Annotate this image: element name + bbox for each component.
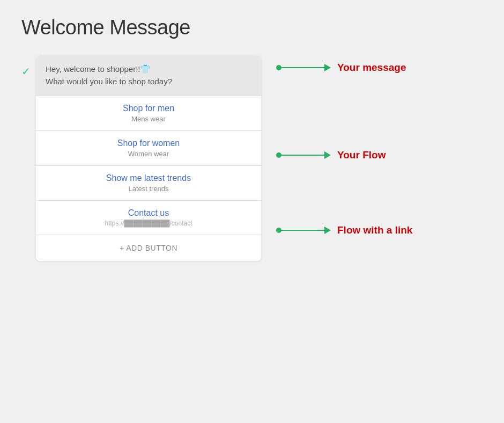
annotation-flow-arrow: [276, 151, 331, 159]
arrow-line-1: [281, 67, 324, 69]
buttons-list: Shop for men Mens wear Shop for women Wo…: [36, 96, 261, 261]
annotation-link-arrow: [276, 227, 331, 234]
message-bubble: Hey, welcome to shopper!!👕 What would yo…: [36, 55, 261, 96]
arrow-head-3: [324, 227, 331, 234]
message-line1: Hey, welcome to shopper!!: [46, 64, 140, 74]
button-shop-women[interactable]: Shop for women Women wear: [36, 130, 261, 165]
button-shop-men-subtitle: Mens wear: [46, 115, 251, 123]
button-shop-women-title: Shop for women: [46, 138, 251, 148]
arrow-dot-1: [276, 65, 281, 70]
page-title: Welcome Message: [21, 16, 483, 39]
button-shop-women-subtitle: Women wear: [46, 150, 251, 158]
welcome-card: Hey, welcome to shopper!!👕 What would yo…: [36, 55, 261, 261]
annotation-message-label: Your message: [337, 62, 406, 74]
annotation-flow: Your Flow: [276, 149, 386, 161]
button-shop-men[interactable]: Shop for men Mens wear: [36, 96, 261, 130]
button-latest-trends[interactable]: Show me latest trends Latest trends: [36, 165, 261, 200]
annotation-link: Flow with a link: [276, 224, 412, 236]
button-contact-us[interactable]: Contact us https://██████████/contact: [36, 200, 261, 235]
button-contact-us-url: https://██████████/contact: [46, 220, 251, 227]
button-latest-trends-title: Show me latest trends: [46, 173, 251, 183]
button-contact-us-title: Contact us: [46, 208, 251, 218]
shirt-emoji: 👕: [140, 64, 151, 74]
arrow-dot-3: [276, 228, 281, 233]
page-container: Welcome Message ✓ Hey, welcome to shoppe…: [0, 0, 504, 423]
annotation-message: Your message: [276, 62, 406, 74]
add-button[interactable]: + ADD BUTTON: [36, 235, 261, 261]
arrow-dot-2: [276, 152, 281, 158]
annotations-container: Your message Your Flow Flow with a lin: [276, 55, 504, 261]
button-latest-trends-subtitle: Latest trends: [46, 185, 251, 193]
checkmark-icon: ✓: [21, 65, 31, 78]
main-area: ✓ Hey, welcome to shopper!!👕 What would …: [21, 55, 483, 261]
arrow-line-3: [281, 230, 324, 231]
add-button-label: + ADD BUTTON: [120, 244, 177, 252]
message-line2: What would you like to shop today?: [46, 77, 172, 86]
annotation-link-label: Flow with a link: [337, 224, 412, 236]
arrow-head-1: [324, 64, 331, 71]
button-shop-men-title: Shop for men: [46, 104, 251, 113]
annotation-message-arrow: [276, 64, 331, 71]
annotation-flow-label: Your Flow: [337, 149, 386, 161]
arrow-head-2: [324, 151, 331, 159]
arrow-line-2: [281, 155, 324, 156]
